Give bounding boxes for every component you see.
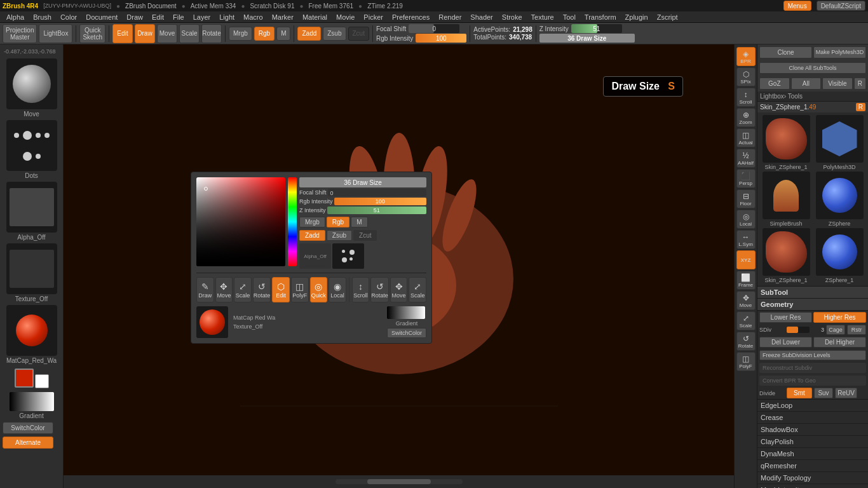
rt-zoom-button[interactable]: ⊕ Zoom bbox=[736, 108, 756, 127]
gradient-item[interactable]: Gradient bbox=[3, 392, 60, 419]
del-higher-button[interactable]: Del Higher bbox=[813, 337, 866, 348]
r-button[interactable]: R bbox=[854, 78, 866, 90]
reconstruct-subdiv-button[interactable]: Reconstruct Subdiv bbox=[759, 363, 866, 373]
move-brush-item[interactable]: Move bbox=[3, 58, 60, 118]
dynamesh-item[interactable]: DynaMesh bbox=[757, 448, 868, 460]
menu-zscript[interactable]: Zscript bbox=[653, 13, 682, 22]
menu-edit[interactable]: Edit bbox=[148, 13, 168, 22]
menu-tool[interactable]: Tool bbox=[559, 13, 580, 22]
thumb-polymesh3d[interactable]: PolyMesh3D bbox=[813, 115, 865, 170]
smt-button[interactable]: Smt bbox=[787, 388, 812, 398]
clone-button[interactable]: Clone bbox=[759, 46, 812, 58]
rt-floor-button[interactable]: ⊟ Floor bbox=[736, 189, 756, 208]
menu-file[interactable]: File bbox=[169, 13, 188, 22]
m-button[interactable]: M bbox=[276, 27, 290, 41]
menu-layer[interactable]: Layer bbox=[189, 13, 215, 22]
alternate-button[interactable]: Alternate bbox=[3, 437, 53, 449]
dots-item[interactable]: Dots bbox=[3, 120, 60, 179]
clone-all-subtools-button[interactable]: Clone All SubTools bbox=[759, 62, 866, 74]
freeze-subdiv-button[interactable]: Freeze SubDivision Levels bbox=[759, 350, 866, 360]
cp-zsub-btn[interactable]: Zsub bbox=[327, 230, 352, 241]
goz-button[interactable]: GoZ bbox=[759, 78, 790, 90]
make-polymesh-button[interactable]: Make PolyMesh3D bbox=[813, 46, 866, 58]
texture-item[interactable]: Texture_Off bbox=[3, 243, 60, 302]
background-color-swatch[interactable] bbox=[35, 374, 49, 388]
menu-picker[interactable]: Picker bbox=[360, 13, 387, 22]
cp-rotate-btn[interactable]: ↺ Rotate bbox=[253, 277, 271, 302]
rt-aahalf-button[interactable]: ½ AAHalf bbox=[736, 149, 756, 168]
menu-light[interactable]: Light bbox=[215, 13, 238, 22]
cp-zadd-btn[interactable]: Zadd bbox=[299, 230, 325, 241]
alpha-item[interactable]: Alpha_Off bbox=[3, 182, 60, 241]
cage-button[interactable]: Cage bbox=[826, 325, 845, 335]
reuv-button[interactable]: ReUV bbox=[835, 388, 857, 398]
higher-res-button[interactable]: Higher Res bbox=[813, 312, 866, 323]
menus-button[interactable]: Menus bbox=[783, 1, 811, 11]
focal-shift-slider[interactable]: 0 bbox=[409, 24, 459, 33]
menu-zplugin[interactable]: Zplugin bbox=[621, 13, 652, 22]
color-picker-popup[interactable]: 36 Draw Size Focal Shift 0 Rgb Intensity… bbox=[191, 172, 432, 344]
subtool-section-title[interactable]: SubTool bbox=[757, 287, 868, 299]
rt-frame-button[interactable]: ⬜ Frame bbox=[736, 271, 756, 290]
menu-stroke[interactable]: Stroke bbox=[498, 13, 526, 22]
draw-size-slider-container[interactable]: 36 Draw Size bbox=[539, 34, 635, 43]
claypolish-item[interactable]: ClayPolish bbox=[757, 436, 868, 448]
foreground-color-swatch[interactable] bbox=[15, 369, 34, 388]
cp-alpha-preview[interactable]: Alpha_Off bbox=[299, 243, 331, 269]
cp-focal-slider[interactable]: 0 bbox=[328, 189, 426, 196]
draw-button[interactable]: Draw bbox=[135, 24, 155, 43]
scrollbar-horizontal[interactable] bbox=[336, 479, 463, 484]
hue-bar[interactable] bbox=[288, 177, 297, 266]
cp-gradient-preview[interactable] bbox=[387, 306, 425, 319]
cp-zint-slider[interactable]: 51 bbox=[327, 207, 426, 214]
matcap-item[interactable]: MatCap_Red_Wa bbox=[3, 305, 60, 364]
menu-document[interactable]: Document bbox=[82, 13, 121, 22]
rt-actual-button[interactable]: ◫ Actual bbox=[736, 128, 756, 147]
rt-move-button[interactable]: ✥ Move bbox=[736, 291, 756, 310]
menu-movie[interactable]: Movie bbox=[332, 13, 358, 22]
cp-draw-btn[interactable]: ✎ Draw bbox=[196, 277, 214, 302]
sdiv-slider[interactable] bbox=[787, 327, 810, 333]
thumb-zsphere[interactable]: ZSphere bbox=[813, 172, 865, 227]
cp-move2-btn[interactable]: ✥ Move bbox=[390, 277, 408, 302]
meshintegrity-item[interactable]: MeshIntegrity bbox=[757, 484, 868, 488]
rt-persp-button[interactable]: ⬛ Persp bbox=[736, 169, 756, 188]
zadd-button[interactable]: Zadd bbox=[297, 27, 321, 41]
menu-draw[interactable]: Draw bbox=[123, 13, 147, 22]
menu-texture[interactable]: Texture bbox=[527, 13, 558, 22]
rt-lsym-button[interactable]: ↔ L.Sym bbox=[736, 230, 756, 249]
cp-zcut-btn[interactable]: Zcut bbox=[353, 230, 377, 241]
thumb-skin-zsphere-1[interactable]: Skin_ZSphere_1 bbox=[760, 115, 812, 170]
cp-local-btn[interactable]: ◉ Local bbox=[329, 277, 346, 302]
edit-button[interactable]: Edit bbox=[112, 24, 133, 43]
all-button[interactable]: All bbox=[791, 78, 822, 90]
zsub-button[interactable]: Zsub bbox=[323, 27, 346, 41]
modify-topology-item[interactable]: Modify Topology bbox=[757, 472, 868, 484]
lower-res-button[interactable]: Lower Res bbox=[759, 312, 812, 323]
edgeloop-item[interactable]: EdgeLoop bbox=[757, 400, 868, 412]
menu-material[interactable]: Material bbox=[299, 13, 331, 22]
rt-scale-button[interactable]: ⤢ Scale bbox=[736, 311, 756, 330]
menu-color[interactable]: Color bbox=[57, 13, 81, 22]
thumb-zsphere-1[interactable]: ZSphere_1 bbox=[813, 228, 865, 283]
rstr-button[interactable]: Rstr bbox=[847, 325, 866, 335]
menu-marker[interactable]: Marker bbox=[268, 13, 297, 22]
menu-shader[interactable]: Shader bbox=[466, 13, 496, 22]
rt-xyz-button[interactable]: XYZ bbox=[736, 250, 756, 269]
suv-button[interactable]: Suv bbox=[814, 388, 833, 398]
cp-mrgb-btn[interactable]: Mrgb bbox=[299, 217, 325, 227]
rt-scroll-button[interactable]: ↕ Scroll bbox=[736, 88, 756, 107]
rotate-button[interactable]: Rotate bbox=[201, 24, 222, 43]
rt-spix-button[interactable]: ⬡ SPix bbox=[736, 67, 756, 86]
cp-rgb-btn[interactable]: Rgb bbox=[327, 217, 349, 227]
menu-macro[interactable]: Macro bbox=[240, 13, 267, 22]
zcut-button[interactable]: Zcut bbox=[348, 27, 369, 41]
visible-button[interactable]: Visible bbox=[822, 78, 853, 90]
menu-alpha[interactable]: Alpha bbox=[3, 13, 28, 22]
rgb-button[interactable]: Rgb bbox=[254, 27, 275, 41]
rt-bpr-button[interactable]: ◈ BPR bbox=[736, 47, 756, 66]
geometry-section-title[interactable]: Geometry bbox=[757, 299, 868, 311]
move-button[interactable]: Move bbox=[157, 24, 177, 43]
rt-polyf-button[interactable]: ◫ PolyF bbox=[736, 352, 756, 371]
quick-sketch-button[interactable]: QuickSketch bbox=[79, 24, 105, 43]
